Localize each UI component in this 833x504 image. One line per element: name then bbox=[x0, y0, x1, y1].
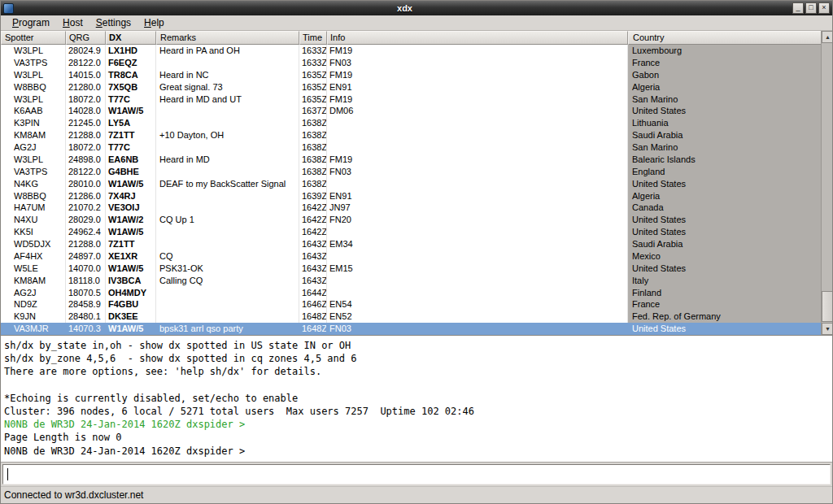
table-row[interactable]: VA3TPS 28122.0 G4BHE 1638Z FN03 England bbox=[1, 166, 821, 178]
info-cell: EM34 bbox=[327, 238, 628, 250]
remarks-cell: Great signal. 73 bbox=[156, 81, 299, 93]
table-row[interactable]: AG2J 18070.5 OH4MDY 1644Z Finland bbox=[1, 287, 821, 299]
qrg-cell: 24962.4 bbox=[66, 226, 106, 238]
spotter-cell: W3LPL bbox=[1, 45, 66, 57]
spotter-cell: KK5I bbox=[1, 226, 66, 238]
spotter-cell: K6AAB bbox=[1, 105, 66, 117]
remarks-cell bbox=[156, 105, 299, 117]
info-cell: FM19 bbox=[327, 93, 628, 106]
time-cell: 1642Z bbox=[299, 202, 327, 214]
time-cell: 1638Z bbox=[299, 141, 327, 154]
column-header-qrg[interactable]: QRG bbox=[66, 31, 106, 45]
time-cell: 1633Z bbox=[299, 57, 327, 69]
remarks-cell: Heard in MD bbox=[156, 154, 299, 166]
column-header-remarks[interactable]: Remarks bbox=[156, 31, 299, 45]
menu-settings[interactable]: Settings bbox=[89, 15, 137, 30]
menu-host-label: H bbox=[63, 17, 70, 28]
window-icon[interactable] bbox=[3, 3, 14, 14]
remarks-cell bbox=[156, 226, 299, 238]
country-cell: France bbox=[628, 57, 821, 69]
info-cell: FN03 bbox=[327, 323, 628, 335]
remarks-cell bbox=[156, 287, 299, 299]
time-cell: 1643Z bbox=[299, 275, 327, 287]
column-header-info[interactable]: Info bbox=[327, 31, 628, 45]
terminal-output: sh/dx by_state in,oh - show dx spotted i… bbox=[1, 335, 832, 462]
remarks-cell bbox=[156, 298, 299, 311]
terminal-line: sh/dx by_zone 4,5,6 - show dx spotted in… bbox=[4, 353, 832, 366]
scroll-down-icon[interactable]: ▼ bbox=[822, 323, 832, 335]
dx-cell: TR8CA bbox=[106, 69, 156, 81]
menu-help[interactable]: Help bbox=[137, 15, 171, 30]
remarks-cell: PSK31-OK bbox=[156, 263, 299, 275]
dx-cell: EA6NB bbox=[106, 154, 156, 166]
command-input-row bbox=[1, 462, 832, 486]
column-header-dx[interactable]: DX bbox=[106, 31, 156, 45]
info-cell: JN97 bbox=[327, 202, 628, 214]
remarks-cell bbox=[156, 166, 299, 178]
maximize-button[interactable]: □ bbox=[805, 2, 817, 14]
close-button[interactable]: × bbox=[818, 2, 830, 14]
column-header-spotter[interactable]: Spotter bbox=[1, 31, 66, 45]
spotter-cell: AG2J bbox=[1, 287, 66, 299]
qrg-cell: 18070.5 bbox=[66, 287, 106, 299]
column-header-time[interactable]: Time bbox=[299, 31, 327, 45]
remarks-cell: CQ bbox=[156, 250, 299, 263]
time-cell: 1637Z bbox=[299, 105, 327, 117]
country-cell: Algeria bbox=[628, 81, 821, 93]
window-controls: _ □ × bbox=[792, 2, 830, 14]
table-row[interactable]: HA7UM 21070.2 VE3OIJ 1642Z JN97 Canada bbox=[1, 202, 821, 214]
qrg-cell: 18072.0 bbox=[66, 141, 106, 154]
country-cell: United States bbox=[628, 105, 821, 117]
dx-cell: IV3BCA bbox=[106, 275, 156, 287]
titlebar[interactable]: xdx _ □ × bbox=[1, 1, 832, 15]
table-row[interactable]: W3LPL 28024.9 LX1HD Heard in PA and OH 1… bbox=[1, 45, 821, 57]
table-row[interactable]: VA3MJR 14070.3 W1AW/5 bpsk31 arrl qso pa… bbox=[1, 323, 821, 335]
table-row[interactable]: N4XU 28029.0 W1AW/2 CQ Up 1 1642Z FN20 U… bbox=[1, 214, 821, 226]
table-row[interactable]: KM8AM 21288.0 7Z1TT +10 Dayton, OH 1638Z… bbox=[1, 129, 821, 141]
qrg-cell: 21070.2 bbox=[66, 202, 106, 214]
menu-help-label: H bbox=[144, 17, 151, 28]
table-row[interactable]: W3LPL 24898.0 EA6NB Heard in MD 1638Z FM… bbox=[1, 154, 821, 166]
table-row[interactable]: W3LPL 18072.0 T77C Heard in MD and UT 16… bbox=[1, 93, 821, 106]
table-row[interactable]: AF4HX 24897.0 XE1XR CQ 1643Z Mexico bbox=[1, 250, 821, 263]
statusbar: Connected to wr3d.dxcluster.net bbox=[1, 486, 832, 503]
table-row[interactable]: W8BBQ 21286.0 7X4RJ 1639Z EN91 Algeria bbox=[1, 190, 821, 202]
menu-host[interactable]: Host bbox=[56, 15, 89, 30]
spotter-cell: KM8AM bbox=[1, 129, 66, 141]
table-row[interactable]: KK5I 24962.4 W1AW/5 1642Z United States bbox=[1, 226, 821, 238]
table-row[interactable]: AG2J 18072.0 T77C 1638Z San Marino bbox=[1, 141, 821, 154]
table-row[interactable]: W8BBQ 21280.0 7X5QB Great signal. 73 163… bbox=[1, 81, 821, 93]
table-row[interactable]: N4KG 28010.0 W1AW/5 DEAF to my BackScatt… bbox=[1, 178, 821, 190]
spotter-cell: N4XU bbox=[1, 214, 66, 226]
terminal-line: N0NB de WR3D 24-Jan-2014 1620Z dxspider … bbox=[4, 445, 832, 458]
table-row[interactable]: K3PIN 21245.0 LY5A 1638Z Lithuania bbox=[1, 117, 821, 129]
remarks-cell bbox=[156, 202, 299, 214]
dx-cell: 7Z1TT bbox=[106, 238, 156, 250]
terminal-line bbox=[4, 380, 832, 393]
info-cell bbox=[327, 178, 628, 190]
command-input[interactable] bbox=[2, 464, 831, 484]
info-cell: DM06 bbox=[327, 105, 628, 117]
table-row[interactable]: KM8AM 18118.0 IV3BCA Calling CQ 1643Z It… bbox=[1, 275, 821, 287]
table-row[interactable]: WD5DJX 21288.0 7Z1TT 1643Z EM34 Saudi Ar… bbox=[1, 238, 821, 250]
vertical-scrollbar[interactable]: ▲ ▼ bbox=[821, 31, 832, 335]
table-row[interactable]: VA3TPS 28122.0 F6EQZ 1633Z FN03 France bbox=[1, 57, 821, 69]
info-cell bbox=[327, 117, 628, 129]
menubar: Program Host Settings Help bbox=[1, 15, 832, 31]
table-row[interactable]: W5LE 14070.0 W1AW/5 PSK31-OK 1643Z EM15 … bbox=[1, 263, 821, 275]
scroll-up-icon[interactable]: ▲ bbox=[822, 31, 832, 43]
qrg-cell: 28010.0 bbox=[66, 178, 106, 190]
time-cell: 1638Z bbox=[299, 117, 327, 129]
remarks-cell: Calling CQ bbox=[156, 275, 299, 287]
column-header-country[interactable]: Country bbox=[628, 31, 821, 45]
scrollbar-thumb[interactable] bbox=[822, 291, 832, 322]
time-cell: 1635Z bbox=[299, 81, 327, 93]
table-row[interactable]: ND9Z 28458.9 F4GBU 1646Z EN54 France bbox=[1, 298, 821, 311]
time-cell: 1635Z bbox=[299, 93, 327, 106]
table-row[interactable]: W3LPL 14015.0 TR8CA Heard in NC 1635Z FM… bbox=[1, 69, 821, 81]
minimize-button[interactable]: _ bbox=[792, 2, 804, 14]
table-row[interactable]: K6AAB 14028.0 W1AW/5 1637Z DM06 United S… bbox=[1, 105, 821, 117]
table-row[interactable]: K9JN 28480.1 DK3EE 1648Z EN52 Fed. Rep. … bbox=[1, 311, 821, 323]
menu-program[interactable]: Program bbox=[6, 15, 56, 30]
time-cell: 1646Z bbox=[299, 298, 327, 311]
